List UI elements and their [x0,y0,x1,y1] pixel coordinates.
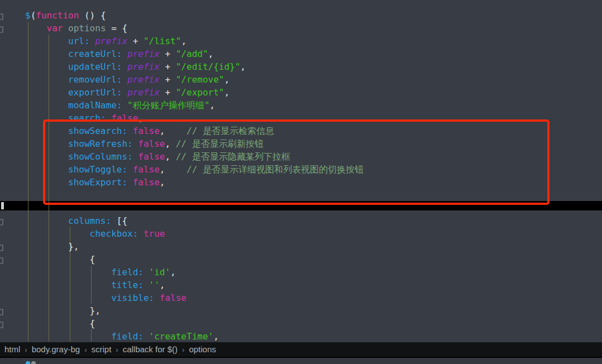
code-token-punct [25,215,68,226]
code-line[interactable]: updateUrl: prefix + "/edit/{id}", [0,60,602,73]
breadcrumb-separator: › [182,343,184,357]
code-token-prop: modalName: [68,100,122,111]
code-token-punct [25,49,68,59]
code-line[interactable]: $(function () { [0,9,602,22]
breadcrumb-item[interactable]: callback for $() [123,342,178,357]
code-token-punct [144,331,149,342]
code-line[interactable]: }, [0,240,602,253]
code-token-punct: , [209,100,215,111]
code-token-punct: { [90,318,95,329]
code-line[interactable]: }, [0,304,602,317]
code-token-punct [122,61,127,72]
code-line[interactable]: field: 'id', [0,266,602,279]
code-token-pfx: prefix [127,87,160,98]
code-token-prop: createUrl: [68,49,122,59]
code-token-str: '' [149,280,160,290]
code-token-punct [25,293,111,303]
code-token-punct: + [127,36,144,46]
code-token-prop: $ [25,10,31,21]
code-token-punct [122,100,127,111]
code-token-punct [122,87,127,98]
code-token-punct [154,293,160,303]
code-token-punct [25,318,90,329]
code-token-punct [25,87,68,98]
code-line[interactable]: checkbox: true [0,227,602,240]
code-token-bool: true [144,228,165,239]
code-token-prop: removeUrl: [68,74,122,85]
code-token-prop: field: [111,267,144,277]
code-token-punct: , [208,49,214,59]
code-token-punct: }, [68,241,79,252]
code-line[interactable]: { [0,317,602,330]
code-token-prop: updateUrl: [68,61,122,72]
code-token-punct: , [224,74,230,85]
code-token-punct [122,49,127,59]
code-token-punct: , [240,61,246,72]
fold-marker-icon[interactable] [0,243,4,253]
breadcrumb-item[interactable]: script [91,342,111,357]
breadcrumb-item[interactable]: body.gray-bg [32,342,80,357]
code-token-str: "/add" [176,49,208,59]
text-cursor [1,202,4,209]
code-line[interactable]: url: prefix + "/list", [0,35,602,47]
code-token-punct [25,61,68,72]
code-line[interactable]: field: 'createTime', [0,330,602,343]
code-token-punct [25,100,68,111]
code-line[interactable]: var options = { [0,22,602,35]
code-token-punct: + [160,49,176,59]
code-token-var: options [68,23,106,33]
code-line[interactable]: createUrl: prefix + "/add", [0,47,602,60]
code-line[interactable]: title: '', [0,279,602,291]
code-token-prop: field: [111,331,144,342]
code-token-punct [138,228,144,239]
code-line[interactable]: columns: [{ [0,214,602,227]
code-token-punct: { [90,254,95,265]
code-token-pfx: prefix [127,49,160,59]
code-token-kw: var [47,23,63,33]
taskbar-strip [0,357,602,364]
code-token-str: "积分账户操作明细" [127,100,209,111]
code-token-pfx: prefix [127,61,160,72]
breadcrumb-item[interactable]: html [4,342,20,357]
code-token-punct [90,36,95,46]
fold-marker-icon[interactable] [0,307,4,318]
fold-marker-icon[interactable] [0,217,4,228]
code-token-prop: exportUrl: [68,87,122,98]
annotation-red-box [43,119,550,205]
code-token-punct [25,305,90,316]
code-token-punct [63,23,68,33]
code-token-punct [25,254,90,265]
fold-marker-icon[interactable] [0,25,4,35]
breadcrumb-separator: › [116,343,118,357]
code-token-str: "/list" [144,36,181,46]
breadcrumb-separator: › [84,343,87,357]
code-token-punct [25,280,111,290]
code-token-prop: checkbox: [90,228,138,239]
taskbar-dot-gray-icon[interactable] [31,361,36,364]
code-token-kw: function [36,10,79,21]
fold-marker-icon[interactable] [0,256,4,266]
code-token-prop: columns: [68,215,111,226]
breadcrumb-item[interactable]: options [189,342,216,357]
editor-window: $(function () { var options = { url: pre… [0,0,602,364]
code-token-pfx: prefix [95,36,127,46]
code-token-punct: ( [31,10,36,21]
code-line[interactable]: visible: false [0,291,602,304]
code-token-str: 'createTime' [149,331,214,342]
code-line[interactable]: modalName: "积分账户操作明细", [0,99,602,112]
taskbar-dot-blue-icon[interactable] [26,361,30,364]
code-token-str: "/export" [176,87,224,98]
code-line[interactable]: removeUrl: prefix + "/remove", [0,73,602,86]
code-token-punct: + [160,61,176,72]
code-token-prop: url: [68,36,90,46]
fold-marker-icon[interactable] [0,12,4,22]
code-token-punct [144,267,149,277]
code-token-pfx: prefix [127,74,160,85]
code-line[interactable]: exportUrl: prefix + "/export", [0,86,602,99]
code-line[interactable]: { [0,253,602,266]
code-token-punct: , [181,36,187,46]
code-token-punct: = { [106,23,128,33]
fold-marker-icon[interactable] [0,320,4,331]
code-token-punct [122,74,127,85]
code-token-punct: () { [79,10,106,21]
